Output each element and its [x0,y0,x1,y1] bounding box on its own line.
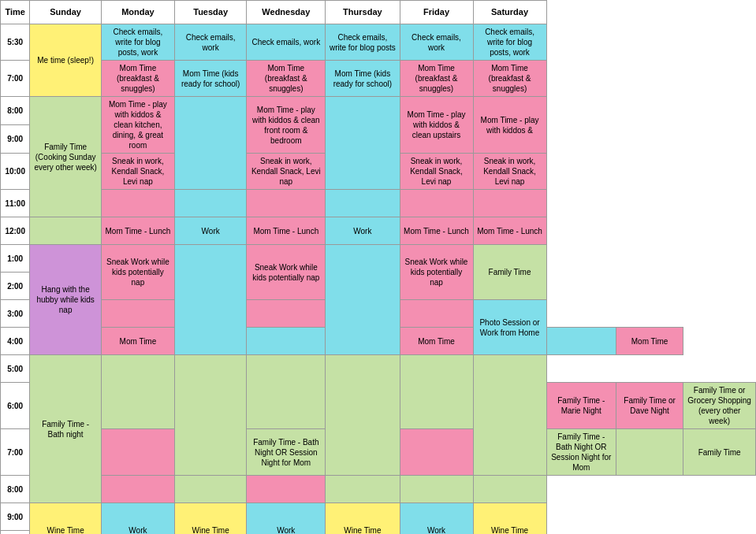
schedule-row-9-00: 9:00Wine TimeWorkWine TimeWorkWine TimeW… [1,503,756,531]
schedule-cell [473,190,546,217]
schedule-cell: Check emails, write for blog posts, work [473,24,546,61]
time-cell: 4:00 [1,328,30,355]
schedule-cell: Mom Time [101,328,174,355]
schedule-cell: Mom Time (breakfast & snuggles) [247,61,326,97]
schedule-cell [326,245,400,355]
schedule-cell: Mom Time (breakfast & snuggles) [101,61,174,97]
schedule-cell: Check emails, work [400,24,473,61]
schedule-cell: Mom Time - Lunch [247,217,326,245]
schedule-cell [30,217,102,245]
schedule-cell [247,355,326,429]
day-header-tuesday: Tuesday [174,1,246,24]
time-cell: 5:30 [1,24,30,61]
schedule-cell [400,300,473,328]
schedule-cell: Family Time or Dave Night [616,383,683,429]
schedule-cell: Wine Time [473,503,546,535]
schedule-cell: Mom Time - play with kiddos & clean kitc… [101,97,174,154]
schedule-cell [473,355,546,476]
time-cell: 5:00 [1,355,30,383]
schedule-cell: Family Time (Cooking Sunday every other … [30,97,102,217]
schedule-cell: Sneak Work while kids potentially nap [247,245,326,300]
schedule-cell [326,97,400,190]
time-cell: 7:00 [1,429,30,476]
time-cell: 9:00 [1,503,30,531]
schedule-cell [174,355,246,476]
schedule-cell [174,476,246,503]
schedule-cell [473,476,546,503]
schedule-cell [326,355,400,476]
header-row: TimeSundayMondayTuesdayWednesdayThursday… [1,1,756,24]
schedule-cell: Mom Time - Lunch [400,217,473,245]
schedule-cell: Family Time - Bath Night OR Session Nigh… [546,429,616,476]
schedule-cell: Work [174,217,246,245]
schedule-body: 5:30Me time (sleep!)Check emails, write … [1,24,756,535]
schedule-cell: Mom Time - play with kiddos & clean upst… [400,97,473,154]
schedule-cell [326,476,400,503]
schedule-cell: Mom Time (kids ready for school) [326,61,400,97]
schedule-cell: Sneak in work, Kendall Snack, Levi nap [400,154,473,190]
schedule-cell: Work [247,503,326,535]
schedule-cell: Family Time - Bath Night OR Session Nigh… [247,429,326,476]
schedule-cell: Family Time [473,245,546,300]
schedule-cell: Work [400,503,473,535]
schedule-cell: Mom Time (breakfast & snuggles) [473,61,546,97]
schedule-cell: Mom Time [400,328,473,355]
schedule-cell: Me time (sleep!) [30,24,102,97]
schedule-cell: Mom Time - Lunch [101,217,174,245]
day-header-sunday: Sunday [30,1,102,24]
schedule-cell: Photo Session or Work from Home [473,300,546,355]
schedule-cell: Mom Time [616,328,683,355]
schedule-cell: Mom Time - play with kiddos & [473,97,546,154]
schedule-cell: Wine Time [174,503,246,535]
schedule-cell: Family Time [683,429,756,476]
time-cell: 1:00 [1,245,30,273]
schedule-row-1-00: 1:00Hang with the hubby while kids napSn… [1,245,756,273]
schedule-cell [326,190,400,217]
schedule-cell [174,190,246,217]
schedule-cell [546,328,616,355]
schedule-cell: Family Time - Marie Night [546,383,616,429]
day-header-saturday: Saturday [473,1,546,24]
schedule-cell: Wine Time [30,503,102,535]
schedule-row-8-00: 8:00Family Time (Cooking Sunday every ot… [1,97,756,125]
schedule-cell: Sneak Work while kids potentially nap [400,245,473,300]
time-cell: 11:00 [1,190,30,217]
time-cell: 3:00 [1,300,30,328]
schedule-row-12-00: 12:00Mom Time - LunchWorkMom Time - Lunc… [1,217,756,245]
schedule-row-5-00: 5:00Family Time - Bath night [1,355,756,383]
schedule-cell [247,476,326,503]
schedule-cell: Check emails, write for blog posts [326,24,400,61]
schedule-cell [400,429,473,476]
schedule-cell [247,328,326,355]
schedule-row-11-00: 11:00 [1,190,756,217]
schedule-cell [616,429,683,476]
day-header-friday: Friday [400,1,473,24]
schedule-cell [174,97,246,190]
schedule-cell: Sneak in work, Kendall Snack, Levi nap [101,154,174,190]
schedule-cell: Work [326,217,400,245]
schedule-cell: Family Time or Grocery Shopping (every o… [683,383,756,429]
schedule-table: TimeSundayMondayTuesdayWednesdayThursday… [0,0,756,534]
schedule-cell: Mom Time (kids ready for school) [174,61,246,97]
schedule-cell: Check emails, work [247,24,326,61]
schedule-cell: Family Time - Bath night [30,355,102,503]
schedule-cell: Sneak in work, Kendall Snack, Levi nap [247,154,326,190]
schedule-cell: Mom Time (breakfast & snuggles) [400,61,473,97]
schedule-row-5-30: 5:30Me time (sleep!)Check emails, write … [1,24,756,61]
schedule-cell: Sneak Work while kids potentially nap [101,245,174,300]
time-cell: 12:00 [1,217,30,245]
schedule-cell: Mom Time - Lunch [473,217,546,245]
time-cell: 2:00 [1,273,30,300]
schedule-cell [101,300,174,328]
schedule-cell: Wine Time [326,503,400,535]
schedule-cell: Hang with the hubby while kids nap [30,245,102,355]
schedule-cell [400,355,473,429]
schedule-cell [247,190,326,217]
time-cell: 9:00 [1,125,30,154]
schedule-row-7-00: 7:00Mom Time (breakfast & snuggles)Mom T… [1,61,756,97]
day-header-thursday: Thursday [326,1,400,24]
time-header: Time [1,1,30,24]
time-cell: 10:00 [1,154,30,190]
schedule-cell [247,300,326,328]
schedule-cell: Check emails, work [174,24,246,61]
